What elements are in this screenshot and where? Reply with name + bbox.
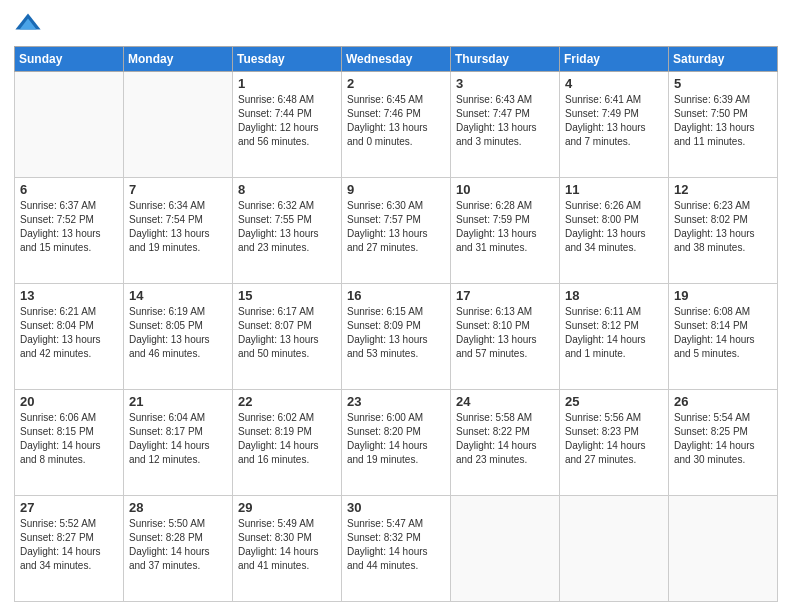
- calendar-week-1: 6Sunrise: 6:37 AM Sunset: 7:52 PM Daylig…: [15, 178, 778, 284]
- day-info: Sunrise: 6:43 AM Sunset: 7:47 PM Dayligh…: [456, 93, 554, 149]
- day-number: 28: [129, 500, 227, 515]
- day-info: Sunrise: 6:02 AM Sunset: 8:19 PM Dayligh…: [238, 411, 336, 467]
- day-number: 18: [565, 288, 663, 303]
- day-info: Sunrise: 5:52 AM Sunset: 8:27 PM Dayligh…: [20, 517, 118, 573]
- calendar-cell: 4Sunrise: 6:41 AM Sunset: 7:49 PM Daylig…: [560, 72, 669, 178]
- day-number: 22: [238, 394, 336, 409]
- calendar-cell: 21Sunrise: 6:04 AM Sunset: 8:17 PM Dayli…: [124, 390, 233, 496]
- day-info: Sunrise: 6:32 AM Sunset: 7:55 PM Dayligh…: [238, 199, 336, 255]
- day-number: 7: [129, 182, 227, 197]
- day-number: 24: [456, 394, 554, 409]
- day-number: 20: [20, 394, 118, 409]
- calendar-cell: [669, 496, 778, 602]
- day-number: 21: [129, 394, 227, 409]
- day-number: 26: [674, 394, 772, 409]
- day-info: Sunrise: 6:08 AM Sunset: 8:14 PM Dayligh…: [674, 305, 772, 361]
- calendar-cell: 24Sunrise: 5:58 AM Sunset: 8:22 PM Dayli…: [451, 390, 560, 496]
- calendar-cell: 8Sunrise: 6:32 AM Sunset: 7:55 PM Daylig…: [233, 178, 342, 284]
- calendar-cell: 1Sunrise: 6:48 AM Sunset: 7:44 PM Daylig…: [233, 72, 342, 178]
- day-info: Sunrise: 6:39 AM Sunset: 7:50 PM Dayligh…: [674, 93, 772, 149]
- day-header-monday: Monday: [124, 47, 233, 72]
- day-info: Sunrise: 6:48 AM Sunset: 7:44 PM Dayligh…: [238, 93, 336, 149]
- calendar-cell: 27Sunrise: 5:52 AM Sunset: 8:27 PM Dayli…: [15, 496, 124, 602]
- calendar-table: SundayMondayTuesdayWednesdayThursdayFrid…: [14, 46, 778, 602]
- day-info: Sunrise: 5:50 AM Sunset: 8:28 PM Dayligh…: [129, 517, 227, 573]
- calendar-cell: 26Sunrise: 5:54 AM Sunset: 8:25 PM Dayli…: [669, 390, 778, 496]
- calendar-cell: 16Sunrise: 6:15 AM Sunset: 8:09 PM Dayli…: [342, 284, 451, 390]
- day-info: Sunrise: 6:06 AM Sunset: 8:15 PM Dayligh…: [20, 411, 118, 467]
- day-number: 12: [674, 182, 772, 197]
- calendar-cell: 29Sunrise: 5:49 AM Sunset: 8:30 PM Dayli…: [233, 496, 342, 602]
- day-info: Sunrise: 6:19 AM Sunset: 8:05 PM Dayligh…: [129, 305, 227, 361]
- calendar-cell: 17Sunrise: 6:13 AM Sunset: 8:10 PM Dayli…: [451, 284, 560, 390]
- calendar-cell: 19Sunrise: 6:08 AM Sunset: 8:14 PM Dayli…: [669, 284, 778, 390]
- calendar-week-4: 27Sunrise: 5:52 AM Sunset: 8:27 PM Dayli…: [15, 496, 778, 602]
- day-info: Sunrise: 5:56 AM Sunset: 8:23 PM Dayligh…: [565, 411, 663, 467]
- day-info: Sunrise: 6:00 AM Sunset: 8:20 PM Dayligh…: [347, 411, 445, 467]
- calendar-cell: 20Sunrise: 6:06 AM Sunset: 8:15 PM Dayli…: [15, 390, 124, 496]
- calendar-cell: 5Sunrise: 6:39 AM Sunset: 7:50 PM Daylig…: [669, 72, 778, 178]
- day-number: 4: [565, 76, 663, 91]
- day-number: 27: [20, 500, 118, 515]
- calendar-cell: 13Sunrise: 6:21 AM Sunset: 8:04 PM Dayli…: [15, 284, 124, 390]
- calendar-cell: 15Sunrise: 6:17 AM Sunset: 8:07 PM Dayli…: [233, 284, 342, 390]
- calendar-cell: 12Sunrise: 6:23 AM Sunset: 8:02 PM Dayli…: [669, 178, 778, 284]
- calendar-cell: [15, 72, 124, 178]
- day-info: Sunrise: 6:30 AM Sunset: 7:57 PM Dayligh…: [347, 199, 445, 255]
- day-header-thursday: Thursday: [451, 47, 560, 72]
- day-info: Sunrise: 6:34 AM Sunset: 7:54 PM Dayligh…: [129, 199, 227, 255]
- day-number: 23: [347, 394, 445, 409]
- day-number: 1: [238, 76, 336, 91]
- day-info: Sunrise: 6:11 AM Sunset: 8:12 PM Dayligh…: [565, 305, 663, 361]
- day-info: Sunrise: 6:04 AM Sunset: 8:17 PM Dayligh…: [129, 411, 227, 467]
- day-info: Sunrise: 6:15 AM Sunset: 8:09 PM Dayligh…: [347, 305, 445, 361]
- day-number: 9: [347, 182, 445, 197]
- logo-icon: [14, 10, 42, 38]
- day-number: 15: [238, 288, 336, 303]
- day-info: Sunrise: 5:47 AM Sunset: 8:32 PM Dayligh…: [347, 517, 445, 573]
- calendar-cell: 9Sunrise: 6:30 AM Sunset: 7:57 PM Daylig…: [342, 178, 451, 284]
- header: [14, 10, 778, 38]
- day-info: Sunrise: 6:28 AM Sunset: 7:59 PM Dayligh…: [456, 199, 554, 255]
- calendar-week-2: 13Sunrise: 6:21 AM Sunset: 8:04 PM Dayli…: [15, 284, 778, 390]
- calendar-cell: [451, 496, 560, 602]
- calendar-cell: 23Sunrise: 6:00 AM Sunset: 8:20 PM Dayli…: [342, 390, 451, 496]
- calendar-cell: 30Sunrise: 5:47 AM Sunset: 8:32 PM Dayli…: [342, 496, 451, 602]
- day-info: Sunrise: 5:54 AM Sunset: 8:25 PM Dayligh…: [674, 411, 772, 467]
- day-info: Sunrise: 6:26 AM Sunset: 8:00 PM Dayligh…: [565, 199, 663, 255]
- calendar-cell: 10Sunrise: 6:28 AM Sunset: 7:59 PM Dayli…: [451, 178, 560, 284]
- day-number: 17: [456, 288, 554, 303]
- day-number: 25: [565, 394, 663, 409]
- day-number: 5: [674, 76, 772, 91]
- day-info: Sunrise: 5:49 AM Sunset: 8:30 PM Dayligh…: [238, 517, 336, 573]
- day-number: 11: [565, 182, 663, 197]
- day-number: 29: [238, 500, 336, 515]
- calendar-cell: 2Sunrise: 6:45 AM Sunset: 7:46 PM Daylig…: [342, 72, 451, 178]
- calendar-header-row: SundayMondayTuesdayWednesdayThursdayFrid…: [15, 47, 778, 72]
- day-header-friday: Friday: [560, 47, 669, 72]
- calendar-week-0: 1Sunrise: 6:48 AM Sunset: 7:44 PM Daylig…: [15, 72, 778, 178]
- calendar-cell: 6Sunrise: 6:37 AM Sunset: 7:52 PM Daylig…: [15, 178, 124, 284]
- day-number: 19: [674, 288, 772, 303]
- calendar-cell: 18Sunrise: 6:11 AM Sunset: 8:12 PM Dayli…: [560, 284, 669, 390]
- day-info: Sunrise: 6:21 AM Sunset: 8:04 PM Dayligh…: [20, 305, 118, 361]
- day-header-sunday: Sunday: [15, 47, 124, 72]
- day-header-tuesday: Tuesday: [233, 47, 342, 72]
- day-header-wednesday: Wednesday: [342, 47, 451, 72]
- day-info: Sunrise: 6:41 AM Sunset: 7:49 PM Dayligh…: [565, 93, 663, 149]
- day-number: 2: [347, 76, 445, 91]
- day-number: 13: [20, 288, 118, 303]
- calendar-cell: 22Sunrise: 6:02 AM Sunset: 8:19 PM Dayli…: [233, 390, 342, 496]
- calendar-cell: 11Sunrise: 6:26 AM Sunset: 8:00 PM Dayli…: [560, 178, 669, 284]
- calendar-cell: [124, 72, 233, 178]
- day-number: 30: [347, 500, 445, 515]
- day-number: 8: [238, 182, 336, 197]
- day-number: 3: [456, 76, 554, 91]
- day-number: 10: [456, 182, 554, 197]
- day-info: Sunrise: 6:17 AM Sunset: 8:07 PM Dayligh…: [238, 305, 336, 361]
- day-number: 6: [20, 182, 118, 197]
- day-info: Sunrise: 5:58 AM Sunset: 8:22 PM Dayligh…: [456, 411, 554, 467]
- calendar-cell: 14Sunrise: 6:19 AM Sunset: 8:05 PM Dayli…: [124, 284, 233, 390]
- calendar-week-3: 20Sunrise: 6:06 AM Sunset: 8:15 PM Dayli…: [15, 390, 778, 496]
- day-header-saturday: Saturday: [669, 47, 778, 72]
